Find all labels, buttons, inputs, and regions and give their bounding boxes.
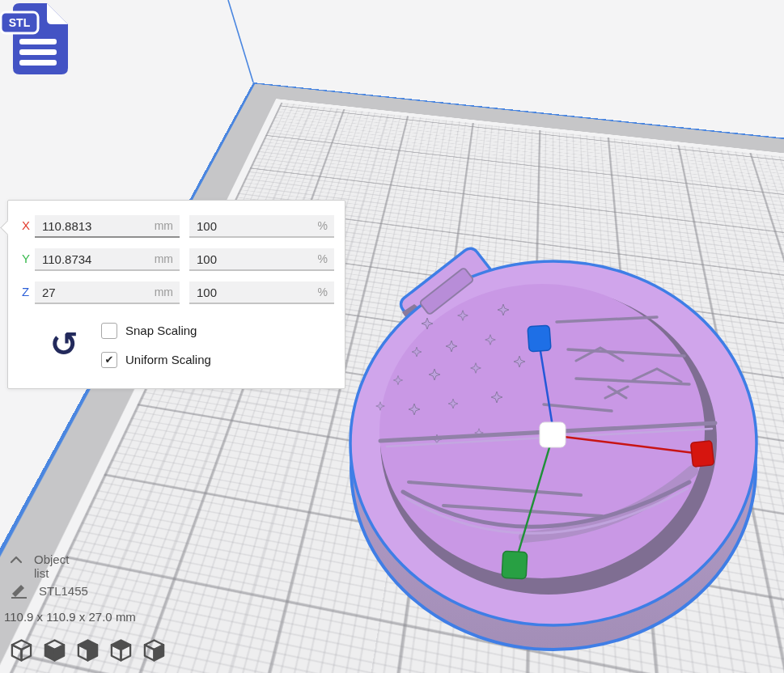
object-list-header[interactable]: Object list bbox=[34, 552, 69, 580]
y-size-unit: mm bbox=[155, 252, 173, 265]
stl-file-icon: STL bbox=[0, 0, 74, 78]
gizmo-handle-blue[interactable] bbox=[528, 325, 551, 352]
snap-scaling-label: Snap Scaling bbox=[125, 324, 197, 337]
axis-x-label: X bbox=[22, 218, 35, 232]
x-size-unit: mm bbox=[155, 219, 173, 232]
gizmo-handle-center[interactable] bbox=[540, 422, 566, 447]
reset-scale-icon[interactable]: ↺ bbox=[45, 325, 83, 366]
axis-y-label: Y bbox=[22, 252, 35, 265]
scale-row-x: X mm % bbox=[8, 215, 345, 238]
view-right-icon[interactable] bbox=[142, 637, 166, 663]
chevron-up-icon[interactable] bbox=[10, 556, 23, 564]
z-percent-field: % bbox=[189, 281, 334, 304]
z-size-field: mm bbox=[35, 281, 180, 304]
view-3d-icon[interactable] bbox=[10, 637, 33, 663]
slicer-3d-viewport: X mm % Y mm % Z mm bbox=[0, 0, 784, 673]
scale-tool-panel: X mm % Y mm % Z mm bbox=[7, 200, 345, 389]
z-percent-unit: % bbox=[318, 286, 328, 298]
object-dimensions: 110.9 x 110.9 x 27.0 mm bbox=[4, 610, 136, 624]
view-front-icon[interactable] bbox=[43, 637, 66, 663]
object-list-item-name[interactable]: STL1455 bbox=[39, 584, 88, 598]
uniform-scaling-checkbox[interactable]: ✔ bbox=[101, 352, 117, 368]
uniform-scaling-label: Uniform Scaling bbox=[125, 353, 211, 366]
y-size-field: mm bbox=[35, 248, 180, 271]
z-size-unit: mm bbox=[155, 286, 173, 298]
axis-z-label: Z bbox=[22, 285, 35, 298]
z-percent-input[interactable] bbox=[189, 281, 334, 303]
view-left-icon[interactable] bbox=[109, 637, 133, 663]
y-percent-field: % bbox=[189, 248, 334, 271]
x-size-field: mm bbox=[35, 215, 180, 238]
y-percent-input[interactable] bbox=[189, 248, 334, 269]
pencil-icon[interactable] bbox=[9, 582, 30, 599]
stl-badge-label: STL bbox=[9, 16, 31, 29]
view-preset-toolbar bbox=[10, 637, 166, 663]
x-percent-input[interactable] bbox=[189, 215, 334, 236]
y-percent-unit: % bbox=[318, 252, 328, 265]
uniform-check-glyph: ✔ bbox=[105, 353, 114, 366]
view-top-icon[interactable] bbox=[76, 637, 100, 663]
gizmo-handle-green[interactable] bbox=[502, 551, 528, 579]
x-percent-field: % bbox=[189, 215, 334, 238]
snap-scaling-checkbox[interactable] bbox=[101, 323, 117, 339]
scale-row-z: Z mm % bbox=[8, 281, 345, 304]
x-percent-unit: % bbox=[318, 219, 328, 232]
gizmo-handle-red[interactable] bbox=[691, 441, 714, 468]
scale-row-y: Y mm % bbox=[8, 248, 345, 271]
